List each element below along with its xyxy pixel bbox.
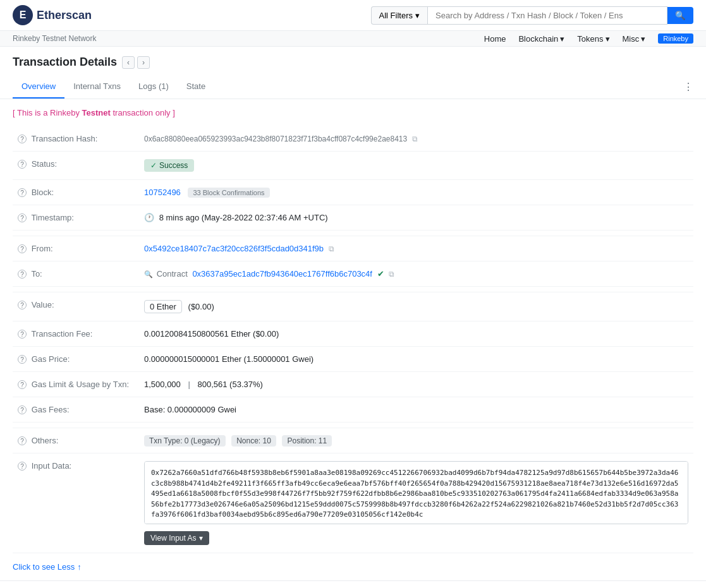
row-to: ? To: 🔍 Contract 0x3637a95ec1adc7fb94364… (13, 261, 693, 287)
chevron-down-icon: ▾ (560, 34, 564, 44)
help-icon[interactable]: ? (18, 330, 27, 339)
help-icon[interactable]: ? (18, 301, 27, 309)
next-button[interactable]: › (137, 56, 150, 69)
gas-limit-label: ? Gas Limit & Usage by Txn: (13, 372, 139, 397)
help-icon[interactable]: ? (18, 270, 27, 279)
contract-icon: 🔍 (144, 270, 153, 278)
main-nav: Home Blockchain ▾ Tokens ▾ Misc ▾ Rinkeb… (484, 33, 693, 44)
row-gas-price: ? Gas Price: 0.000000015000001 Ether (1.… (13, 347, 693, 372)
footer: ℹ A transaction is a cryptographically s… (0, 580, 706, 588)
status-badge: Success (144, 159, 194, 172)
others-label: ? Others: (13, 428, 139, 453)
tx-hash-value-cell: 0x6ac88080eea065923993ac9423b8f8071823f7… (139, 126, 693, 152)
network-badge: Rinkeby (658, 33, 693, 44)
gas-price-label: ? Gas Price: (13, 347, 139, 372)
search-input[interactable] (427, 6, 667, 25)
page-title-bar: Transaction Details ‹ › (0, 47, 706, 75)
logo-icon: E (13, 5, 33, 25)
block-value-cell: 10752496 33 Block Confirmations (139, 180, 693, 205)
nav-blockchain[interactable]: Blockchain ▾ (518, 34, 564, 44)
row-from: ? From: 0x5492ce18407c7ac3f20cc826f3f5cd… (13, 236, 693, 261)
help-icon[interactable]: ? (18, 436, 27, 445)
tab-overview[interactable]: Overview (13, 75, 64, 99)
help-icon[interactable]: ? (18, 355, 27, 364)
search-button[interactable]: 🔍 (667, 7, 693, 24)
input-data-value-cell: View Input As (139, 453, 693, 553)
row-gas-fees: ? Gas Fees: Base: 0.000000009 Gwei (13, 397, 693, 423)
nonce-badge: Nonce: 10 (231, 435, 276, 447)
verified-icon: ✔ (377, 269, 384, 279)
prev-button[interactable]: ‹ (122, 56, 135, 69)
nav-home[interactable]: Home (484, 34, 506, 44)
nav-misc[interactable]: Misc ▾ (623, 34, 646, 44)
click-less[interactable]: Click to see Less ↑ (13, 553, 693, 580)
from-address-link[interactable]: 0x5492ce18407c7ac3f20cc826f3f5cdad0d341f… (144, 244, 324, 253)
spacer-row-1 (13, 231, 693, 236)
to-label: ? To: (13, 261, 139, 287)
gas-usage-value: 800,561 (53.37%) (197, 380, 262, 389)
block-number-link[interactable]: 10752496 (144, 188, 181, 197)
help-icon[interactable]: ? (18, 405, 27, 414)
row-block: ? Block: 10752496 33 Block Confirmations (13, 180, 693, 205)
help-icon[interactable]: ? (18, 213, 27, 222)
timestamp-value: 8 mins ago (May-28-2022 02:37:46 AM +UTC… (159, 213, 328, 222)
to-address-link[interactable]: 0x3637a95ec1adc7fb943640ec1767ff6b6c703c… (192, 269, 372, 279)
contract-label: Contract (157, 269, 188, 279)
copy-icon[interactable]: ⧉ (389, 270, 394, 279)
help-icon[interactable]: ? (18, 244, 27, 253)
help-icon[interactable]: ? (18, 188, 27, 197)
input-data-textarea[interactable] (144, 461, 688, 524)
copy-icon[interactable]: ⧉ (412, 135, 418, 143)
timestamp-value-cell: 🕐 8 mins ago (May-28-2022 02:37:46 AM +U… (139, 205, 693, 231)
arrow-up-icon: ↑ (77, 562, 82, 572)
gas-fees-value: Base: 0.000000009 Gwei (144, 405, 236, 414)
gas-bar-separator: | (188, 380, 190, 389)
testnet-notice: [ This is a Rinkeby Testnet transaction … (13, 99, 693, 126)
fee-label: ? Transaction Fee: (13, 321, 139, 347)
tabs-bar: Overview Internal Txns Logs (1) State ⋮ (0, 75, 706, 99)
row-gas-limit: ? Gas Limit & Usage by Txn: 1,500,000 | … (13, 372, 693, 397)
view-input-button[interactable]: View Input As (144, 531, 209, 545)
search-icon: 🔍 (675, 11, 686, 20)
fee-value: 0.00120084150800561 Ether ($0.00) (144, 329, 279, 339)
row-others: ? Others: Txn Type: 0 (Legacy) Nonce: 10… (13, 428, 693, 453)
gas-limit-value: 1,500,000 (144, 380, 181, 389)
help-icon[interactable]: ? (18, 462, 27, 471)
copy-icon[interactable]: ⧉ (329, 244, 334, 253)
main-content: [ This is a Rinkeby Testnet transaction … (0, 99, 706, 580)
nav-tokens[interactable]: Tokens ▾ (577, 34, 609, 44)
gas-fees-value-cell: Base: 0.000000009 Gwei (139, 397, 693, 423)
txn-type-badge: Txn Type: 0 (Legacy) (144, 435, 226, 447)
help-icon[interactable]: ? (18, 135, 27, 143)
gas-fees-label: ? Gas Fees: (13, 397, 139, 423)
page-title: Transaction Details (13, 56, 117, 69)
tab-more-icon[interactable]: ⋮ (683, 81, 693, 93)
value-cell: 0 Ether ($0.00) (139, 292, 693, 321)
row-fee: ? Transaction Fee: 0.00120084150800561 E… (13, 321, 693, 347)
tab-logs[interactable]: Logs (1) (130, 75, 178, 99)
logo-text: Etherscan (37, 9, 92, 22)
value-eth: 0 Ether (144, 300, 182, 313)
help-icon[interactable]: ? (18, 160, 27, 169)
chevron-down-icon: ▾ (415, 11, 420, 20)
help-icon[interactable]: ? (18, 380, 27, 389)
from-label: ? From: (13, 236, 139, 261)
gas-price-value: 0.000000015000001 Ether (1.50000001 Gwei… (144, 354, 313, 364)
timestamp-label: ? Timestamp: (13, 205, 139, 231)
fee-value-cell: 0.00120084150800561 Ether ($0.00) (139, 321, 693, 347)
from-value-cell: 0x5492ce18407c7ac3f20cc826f3f5cdad0d341f… (139, 236, 693, 261)
value-label: ? Value: (13, 292, 139, 321)
detail-table: ? Transaction Hash: 0x6ac88080eea0659239… (13, 126, 693, 553)
chevron-down-icon: ▾ (606, 34, 610, 44)
position-badge: Position: 11 (282, 435, 332, 447)
tab-state[interactable]: State (178, 75, 214, 99)
tx-hash-label: ? Transaction Hash: (13, 126, 139, 152)
nav-arrows: ‹ › (122, 56, 150, 69)
row-timestamp: ? Timestamp: 🕐 8 mins ago (May-28-2022 0… (13, 205, 693, 231)
subheader: Rinkeby Testnet Network Home Blockchain … (0, 31, 706, 47)
gas-limit-value-cell: 1,500,000 | 800,561 (53.37%) (139, 372, 693, 397)
search-area: All Filters ▾ 🔍 (371, 6, 693, 25)
filter-button[interactable]: All Filters ▾ (371, 6, 427, 25)
tab-internal-txns[interactable]: Internal Txns (64, 75, 130, 99)
value-usd: ($0.00) (188, 302, 214, 311)
